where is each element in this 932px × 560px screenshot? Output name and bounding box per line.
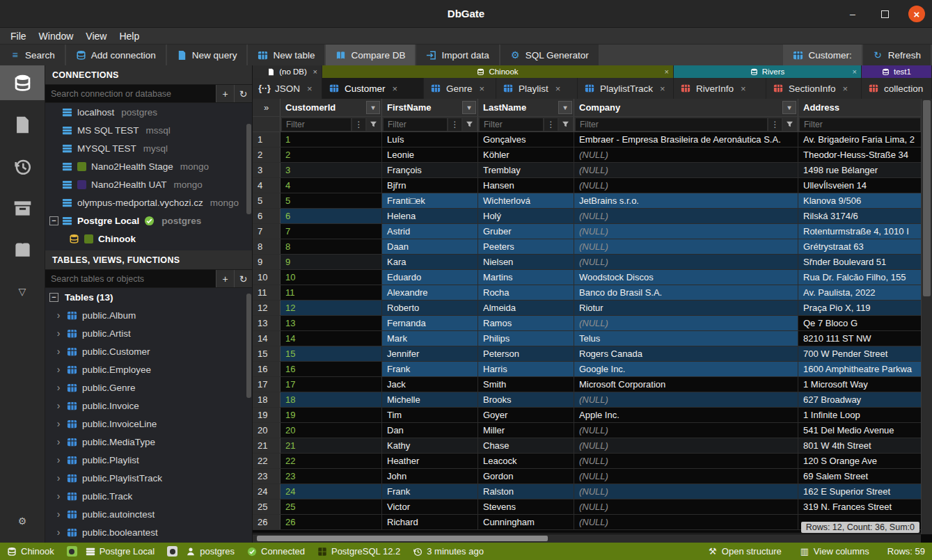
- filter-funnel-button[interactable]: [559, 118, 572, 131]
- cell[interactable]: 627 Broadway: [798, 392, 922, 407]
- connections-scrollbar[interactable]: [246, 124, 251, 214]
- cell[interactable]: 11: [281, 285, 382, 300]
- row-number[interactable]: 20: [253, 423, 281, 438]
- connection-item-nano2health-stage[interactable]: Nano2Health Stagemongo: [45, 157, 252, 175]
- cell[interactable]: 25: [281, 499, 382, 514]
- cell[interactable]: Cunningham: [478, 515, 574, 529]
- table-item-public-playlisttrack[interactable]: ›public.PlaylistTrack: [45, 469, 252, 487]
- rail-item-cell-data[interactable]: ▽: [0, 274, 45, 309]
- cell[interactable]: Ralston: [478, 484, 574, 499]
- cell[interactable]: Luís: [382, 132, 478, 147]
- connection-item-postgre-local[interactable]: −Postgre Localpostgres: [45, 211, 252, 230]
- connection-item-ms-sql-test[interactable]: MS SQL TESTmssql: [45, 121, 252, 139]
- cell[interactable]: 6: [281, 209, 382, 223]
- status-open-structure[interactable]: ⚒Open structure: [708, 546, 782, 557]
- cell[interactable]: Rua Dr. Falcăo Filho, 155: [798, 270, 922, 285]
- cell[interactable]: Roberto: [382, 301, 478, 315]
- row-number[interactable]: 22: [253, 454, 281, 468]
- filter-input[interactable]: Filter: [384, 118, 447, 131]
- cell[interactable]: Bjřrn: [382, 178, 478, 193]
- minimize-button[interactable]: –: [844, 6, 861, 22]
- table-item-public-genre[interactable]: ›public.Genre: [45, 378, 252, 397]
- cell[interactable]: Richard: [382, 515, 478, 529]
- grid-vertical-scrollbar[interactable]: [921, 99, 932, 534]
- cell[interactable]: 24: [281, 484, 382, 499]
- cell[interactable]: (NULL): [574, 209, 798, 223]
- tab-genre[interactable]: Genre×: [424, 78, 496, 99]
- cell[interactable]: Jennifer: [382, 346, 478, 361]
- close-button[interactable]: ×: [908, 6, 925, 22]
- cell[interactable]: 8: [281, 239, 382, 254]
- cell[interactable]: 22: [281, 454, 382, 468]
- cell[interactable]: (NULL): [574, 316, 798, 330]
- cell[interactable]: Av. Brigadeiro Faria Lima, 2: [798, 132, 922, 147]
- cell[interactable]: 319 N. Frances Street: [798, 499, 922, 514]
- toolbar-button-refresh[interactable]: ↻Refresh: [863, 45, 931, 65]
- rail-item-files[interactable]: [0, 107, 45, 142]
- row-number[interactable]: 1: [253, 132, 281, 147]
- row-number[interactable]: 6: [253, 209, 281, 223]
- row-number[interactable]: 16: [253, 362, 281, 376]
- row-number[interactable]: 19: [253, 408, 281, 422]
- column-header-company[interactable]: Company▾: [574, 99, 798, 116]
- cell[interactable]: 8210 111 ST NW: [798, 331, 922, 346]
- cell[interactable]: Telus: [574, 331, 798, 346]
- cell[interactable]: 5: [281, 193, 382, 208]
- row-number[interactable]: 9: [253, 255, 281, 269]
- row-number[interactable]: 24: [253, 484, 281, 499]
- row-number[interactable]: 17: [253, 377, 281, 392]
- menu-view[interactable]: View: [79, 29, 113, 43]
- connection-item-olympus-medportal-vychozi-cz[interactable]: olympus-medportal.vychozi.czmongo: [45, 193, 252, 211]
- cell[interactable]: Grétrystraat 63: [798, 239, 922, 254]
- cell[interactable]: Klanova 9/506: [798, 193, 922, 208]
- rail-item-archive[interactable]: [0, 191, 45, 225]
- cell[interactable]: Eduardo: [382, 270, 478, 285]
- tab-json[interactable]: {··}JSON×: [253, 78, 322, 99]
- cell[interactable]: Leonie: [382, 147, 478, 162]
- filter-input[interactable]: Filter: [480, 118, 543, 131]
- cell[interactable]: (NULL): [574, 147, 798, 162]
- refresh-connections-button[interactable]: ↻: [234, 85, 252, 102]
- grid-horizontal-scrollbar[interactable]: [253, 534, 921, 543]
- cell[interactable]: John: [382, 469, 478, 483]
- cell[interactable]: Rilská 3174/6: [798, 209, 922, 223]
- tables-root[interactable]: −Tables (13): [45, 288, 252, 306]
- cell[interactable]: 700 W Pender Street: [798, 346, 922, 361]
- cell[interactable]: (NULL): [574, 255, 798, 269]
- cell[interactable]: 12: [281, 301, 382, 315]
- tables-search-input[interactable]: [45, 270, 216, 287]
- column-header-lastname[interactable]: LastName▾: [478, 99, 574, 116]
- tab-group-chinook[interactable]: Chinook×: [322, 65, 674, 78]
- cell[interactable]: Wichterlová: [478, 193, 574, 208]
- table-item-public-invoiceline[interactable]: ›public.InvoiceLine: [45, 415, 252, 433]
- cell[interactable]: Tremblay: [478, 163, 574, 177]
- close-icon[interactable]: ×: [843, 83, 848, 94]
- row-number[interactable]: 13: [253, 316, 281, 330]
- cell[interactable]: 19: [281, 408, 382, 422]
- cell[interactable]: Kathy: [382, 438, 478, 453]
- row-number[interactable]: 21: [253, 438, 281, 453]
- tab-customer[interactable]: Customer×: [322, 78, 424, 99]
- cell[interactable]: JetBrains s.r.o.: [574, 193, 798, 208]
- cell[interactable]: Peeters: [478, 239, 574, 254]
- cell[interactable]: 14: [281, 331, 382, 346]
- tab-group-test1[interactable]: test1: [862, 65, 932, 78]
- close-icon[interactable]: ×: [313, 67, 317, 76]
- filter-menu-button[interactable]: ⋮: [768, 118, 782, 131]
- toolbar-button-customer-[interactable]: Customer:: [783, 45, 861, 65]
- cell[interactable]: Theodor-Heuss-Straße 34: [798, 147, 922, 162]
- cell[interactable]: (NULL): [574, 392, 798, 407]
- cell[interactable]: Frank: [382, 362, 478, 376]
- close-icon[interactable]: ×: [555, 83, 561, 94]
- connection-item-chinook[interactable]: Chinook: [45, 230, 252, 248]
- row-number[interactable]: 23: [253, 469, 281, 483]
- cell[interactable]: (NULL): [574, 469, 798, 483]
- menu-file[interactable]: File: [4, 29, 33, 43]
- cell[interactable]: Chase: [478, 438, 574, 453]
- table-item-public-autoinctest[interactable]: ›public.autoinctest: [45, 505, 252, 523]
- filter-input[interactable]: Filter: [800, 118, 920, 131]
- row-number[interactable]: 12: [253, 301, 281, 315]
- cell[interactable]: 4: [281, 178, 382, 193]
- cell[interactable]: Apple Inc.: [574, 408, 798, 422]
- table-item-public-employee[interactable]: ›public.Employee: [45, 360, 252, 378]
